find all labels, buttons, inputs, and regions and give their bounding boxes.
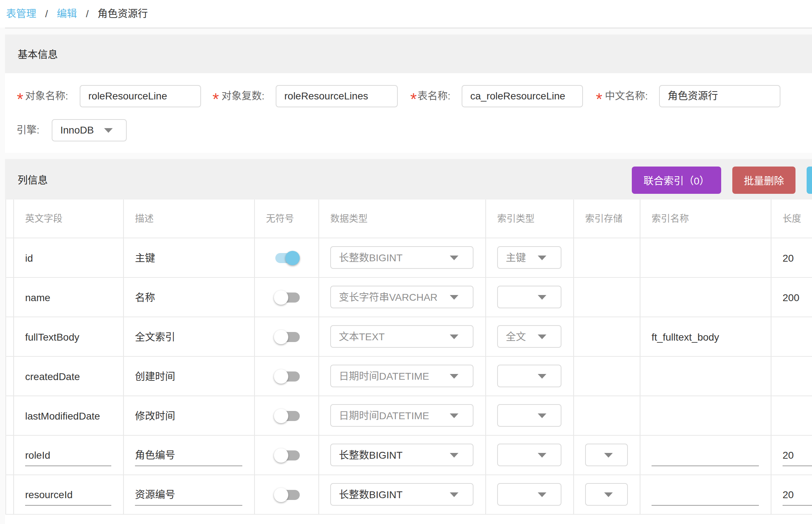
cell: 长整数BIGINT [318,238,485,277]
cell [771,396,812,435]
chevron-down-icon [450,453,458,458]
data-type-select[interactable]: 变长字符串VARCHAR [330,286,473,308]
object-name-input[interactable]: roleResourceLine [80,85,201,107]
breadcrumb-link-edit[interactable]: 编辑 [57,8,77,19]
cell: 200 [771,278,812,317]
breadcrumb-link-table-management[interactable]: 表管理 [6,8,36,19]
required-asterisk: * [410,85,417,107]
index-type-select[interactable] [497,444,561,466]
header-cell-6: 索引存储 [573,200,640,238]
field-name: lastModifiedDate [25,396,100,435]
index-storage-select[interactable] [585,483,628,506]
length-input[interactable]: 20 [783,483,812,506]
index-type-select-value: 全文 [506,331,526,342]
data-type-select[interactable]: 文本TEXT [330,325,473,348]
cell [485,475,573,514]
data-type-select-value: 变长字符串VARCHAR [339,292,438,303]
required-asterisk: * [596,85,602,107]
breadcrumb-current-page: 角色资源行 [98,8,148,19]
cell: ft_fulltext_body [640,317,771,356]
toggle-knob [274,369,288,384]
data-type-select[interactable]: 长整数BIGINT [330,483,473,506]
unsigned-toggle[interactable] [275,450,300,460]
cell [5,278,13,317]
cell: 20 [771,475,812,514]
field-desc: 修改时间 [135,396,175,435]
header-cell-3: 无符号 [254,200,318,238]
chevron-down-icon [538,295,546,300]
index-name-input[interactable] [652,444,759,466]
cell: 全文索引 [123,317,254,356]
add-button-partial[interactable] [807,167,812,194]
header-cell-8: 长度 [771,200,812,238]
table-name-input[interactable]: ca_roleResourceLine [462,85,583,107]
unsigned-toggle[interactable] [275,253,300,263]
header-cell-4: 数据类型 [318,200,485,238]
field-desc-input[interactable]: 角色编号 [135,444,242,466]
cell: 角色编号 [123,436,254,474]
index-type-select[interactable] [497,286,561,308]
data-type-select[interactable]: 日期时间DATETIME [330,404,473,427]
cell [5,475,13,514]
table-header-row: 英文字段描述无符号数据类型索引类型索引存储索引名称长度 [5,200,812,238]
index-type-select[interactable] [497,483,561,506]
header-cell-0 [5,200,13,238]
header-cell-5: 索引类型 [485,200,573,238]
basic-info-form: * 对象名称: roleResourceLine * 对象复数: roleRes… [5,73,812,153]
data-type-select[interactable]: 长整数BIGINT [330,444,473,466]
column-header-label: 英文字段 [25,200,62,238]
cell [254,436,318,474]
column-info-section: 列信息 联合索引（0） 批量删除 英文字段描述无符号数据类型索引类型索引存储索引… [5,159,812,524]
engine-select[interactable]: InnoDB [52,119,127,141]
cell [485,436,573,474]
index-type-select[interactable]: 全文 [497,325,561,348]
chevron-down-icon [450,256,458,260]
object-name-label: 对象名称: [25,85,68,107]
cell: 名称 [123,278,254,317]
index-type-select[interactable]: 主键 [497,246,561,269]
unsigned-toggle[interactable] [275,371,300,382]
field-name: createdDate [25,357,80,396]
index-storage-select[interactable] [585,444,628,466]
cell [485,357,573,396]
field-desc: 主键 [135,238,155,277]
union-index-button[interactable]: 联合索引（0） [632,167,721,194]
cell [771,357,812,396]
unsigned-toggle[interactable] [275,293,300,303]
field-desc-input[interactable]: 资源编号 [135,483,242,506]
index-type-select[interactable] [497,404,561,427]
object-plural-input[interactable]: roleResourceLines [276,85,398,107]
cell [640,357,771,396]
data-type-select-value: 日期时间DATETIME [339,410,429,421]
cell [254,238,318,277]
cell: 20 [771,238,812,277]
length-input[interactable]: 20 [783,444,812,466]
cell [640,238,771,277]
cell [254,278,318,317]
field-name-input[interactable]: resourceId [25,483,111,506]
column-header-label: 长度 [783,200,801,238]
index-name-input[interactable] [652,483,759,506]
chevron-down-icon [604,453,613,458]
data-type-select[interactable]: 长整数BIGINT [330,246,473,269]
header-cell-1: 英文字段 [13,200,123,238]
table-row-fullTextBody: fullTextBody全文索引文本TEXT全文ft_fulltext_body [5,317,812,357]
data-type-select[interactable]: 日期时间DATETIME [330,365,473,387]
index-type-select[interactable] [497,365,561,387]
column-header-label: 索引类型 [497,200,535,238]
unsigned-toggle[interactable] [275,411,300,421]
table-name-label: 表名称: [417,85,451,107]
batch-delete-button[interactable]: 批量删除 [732,167,795,194]
chinese-name-input[interactable]: 角色资源行 [659,85,780,107]
cell: 文本TEXT [318,317,485,356]
cell: 主键 [123,238,254,277]
unsigned-toggle[interactable] [275,332,300,342]
data-type-select-value: 长整数BIGINT [339,489,402,500]
cell [573,475,640,514]
field-name-input[interactable]: roleId [25,444,111,466]
header-cell-7: 索引名称 [640,200,771,238]
cell [640,396,771,435]
unsigned-toggle[interactable] [275,490,300,500]
chevron-down-icon [538,256,546,260]
column-header-label: 索引名称 [652,200,689,238]
